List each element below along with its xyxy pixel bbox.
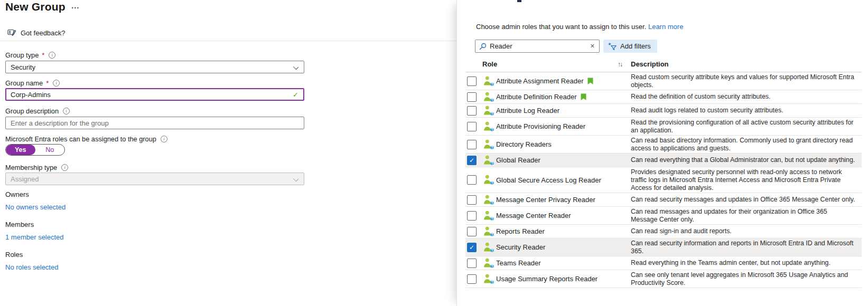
role-member-icon bbox=[483, 226, 494, 237]
role-checkbox[interactable] bbox=[467, 77, 477, 86]
role-search-box: ✕ bbox=[475, 40, 600, 53]
group-type-value: Security bbox=[11, 63, 35, 71]
role-member-icon bbox=[483, 76, 494, 87]
owners-selected-link[interactable]: No owners selected bbox=[5, 203, 66, 211]
group-name-input[interactable] bbox=[11, 91, 290, 99]
chevron-down-icon bbox=[293, 64, 298, 70]
role-row[interactable]: Global Secure Access Log ReaderProvides … bbox=[465, 167, 862, 193]
info-icon[interactable]: i bbox=[49, 52, 55, 59]
role-name-cell: Attribute Provisioning Reader bbox=[496, 122, 631, 130]
role-row[interactable]: Message Center Privacy ReaderCan read se… bbox=[465, 193, 862, 207]
role-description: Can read basic directory information. Co… bbox=[631, 137, 862, 152]
clear-search-icon[interactable]: ✕ bbox=[589, 43, 596, 50]
role-member-icon bbox=[483, 258, 494, 269]
toggle-yes-option[interactable]: Yes bbox=[6, 145, 35, 155]
role-row[interactable]: Attribute Assignment ReaderRead custom s… bbox=[465, 72, 862, 90]
role-name-cell: Directory Readers bbox=[496, 140, 631, 148]
role-description: Read everything in the Teams admin cente… bbox=[631, 259, 862, 267]
entra-roles-label: Microsoft Entra roles can be assigned to… bbox=[5, 135, 167, 143]
role-checkbox[interactable] bbox=[467, 195, 477, 205]
role-description: Can read security information and report… bbox=[631, 240, 862, 255]
feedback-label: Got feedback? bbox=[21, 29, 66, 37]
roles-label: Roles bbox=[5, 251, 23, 259]
add-filters-button[interactable]: Add filters bbox=[603, 40, 657, 53]
role-description: Read the provisioning configuration of a… bbox=[631, 119, 862, 135]
group-name-field-wrap: ✓ bbox=[5, 88, 304, 101]
role-checkbox[interactable] bbox=[467, 175, 477, 185]
roles-table-body: Attribute Assignment ReaderRead custom s… bbox=[465, 72, 862, 288]
search-icon bbox=[479, 43, 487, 50]
role-name: Security Reader bbox=[496, 243, 545, 251]
role-checkbox[interactable] bbox=[467, 92, 477, 102]
owners-label: Owners bbox=[5, 190, 29, 198]
group-description-input[interactable] bbox=[11, 119, 290, 127]
role-checkbox[interactable] bbox=[467, 274, 477, 284]
members-selected-link[interactable]: 1 member selected bbox=[5, 233, 64, 241]
required-marker: * bbox=[42, 51, 44, 59]
info-icon[interactable]: i bbox=[63, 108, 70, 114]
new-group-panel: New Group ... Got feedback? Group type* … bbox=[0, 0, 456, 306]
role-row[interactable]: Message Center ReaderCan read messages a… bbox=[465, 207, 862, 225]
role-name-cell: Usage Summary Reports Reader bbox=[496, 275, 631, 283]
page-title: New Group bbox=[5, 1, 66, 13]
membership-type-label: Membership type i bbox=[5, 164, 68, 171]
more-menu-button[interactable]: ... bbox=[71, 1, 80, 10]
group-name-label: Group name* i bbox=[5, 79, 60, 87]
clipped-panel-title-fragment bbox=[517, 0, 521, 2]
role-name: Directory Readers bbox=[496, 140, 552, 148]
role-description: Can read sign-in and audit reports. bbox=[631, 227, 862, 235]
role-checkbox[interactable] bbox=[467, 140, 477, 149]
role-checkbox[interactable] bbox=[467, 211, 477, 221]
role-checkbox[interactable] bbox=[467, 106, 477, 116]
info-icon[interactable]: i bbox=[161, 136, 167, 142]
role-name-cell: Attribute Assignment Reader bbox=[496, 77, 631, 85]
role-member-icon bbox=[483, 121, 494, 132]
role-search-input[interactable] bbox=[490, 42, 586, 50]
role-name-cell: Global Reader bbox=[496, 156, 631, 164]
learn-more-link[interactable]: Learn more bbox=[648, 23, 683, 31]
bookmark-icon bbox=[587, 78, 593, 85]
group-description-field-wrap bbox=[5, 117, 304, 129]
role-name-cell: Message Center Privacy Reader bbox=[496, 196, 631, 204]
role-name-cell: Message Center Reader bbox=[496, 212, 631, 219]
role-description: Read custom security attribute keys and … bbox=[631, 73, 862, 89]
info-icon[interactable]: i bbox=[53, 80, 60, 87]
role-row[interactable]: ✓Global ReaderCan read everything that a… bbox=[465, 154, 862, 167]
role-row[interactable]: ✓Security ReaderCan read security inform… bbox=[465, 238, 862, 256]
got-feedback-link[interactable]: Got feedback? bbox=[7, 29, 66, 37]
role-name-cell: Security Reader bbox=[496, 243, 631, 251]
role-checkbox[interactable] bbox=[467, 259, 477, 268]
role-row[interactable]: Teams ReaderRead everything in the Teams… bbox=[465, 256, 862, 270]
role-description: Read the definition of custom security a… bbox=[631, 93, 862, 101]
group-type-select[interactable]: Security bbox=[5, 61, 304, 73]
role-row[interactable]: Attribute Provisioning ReaderRead the pr… bbox=[465, 118, 862, 136]
role-name-cell: Global Secure Access Log Reader bbox=[496, 176, 631, 184]
role-member-icon bbox=[483, 106, 494, 116]
role-checkbox[interactable]: ✓ bbox=[467, 243, 477, 252]
role-name: Attribute Log Reader bbox=[496, 107, 559, 114]
roles-selected-link[interactable]: No roles selected bbox=[5, 263, 58, 271]
role-checkbox[interactable]: ✓ bbox=[467, 156, 477, 165]
role-description: Read audit logs related to custom securi… bbox=[631, 107, 862, 114]
add-filters-label: Add filters bbox=[620, 42, 651, 50]
role-column-header[interactable]: Role bbox=[482, 60, 618, 68]
role-row[interactable]: Usage Summary Reports ReaderCan see only… bbox=[465, 270, 862, 288]
sort-icon[interactable]: ↑↓ bbox=[618, 61, 631, 68]
role-row[interactable]: Reports ReaderCan read sign-in and audit… bbox=[465, 225, 862, 238]
role-member-icon bbox=[483, 211, 494, 221]
role-name-cell: Reports Reader bbox=[496, 227, 631, 235]
role-name-cell: Teams Reader bbox=[496, 259, 631, 267]
feedback-icon bbox=[7, 29, 16, 37]
role-name: Global Reader bbox=[496, 156, 540, 164]
role-checkbox[interactable] bbox=[467, 122, 477, 131]
role-member-icon bbox=[483, 242, 494, 253]
role-member-icon bbox=[483, 195, 494, 205]
role-member-icon bbox=[483, 92, 494, 102]
info-icon[interactable]: i bbox=[61, 164, 68, 171]
valid-check-icon: ✓ bbox=[293, 91, 298, 99]
role-row[interactable]: Attribute Definition ReaderRead the defi… bbox=[465, 90, 862, 104]
toggle-no-option[interactable]: No bbox=[35, 145, 65, 155]
role-row[interactable]: Directory ReadersCan read basic director… bbox=[465, 136, 862, 154]
role-checkbox[interactable] bbox=[467, 227, 477, 236]
role-row[interactable]: Attribute Log ReaderRead audit logs rela… bbox=[465, 104, 862, 118]
